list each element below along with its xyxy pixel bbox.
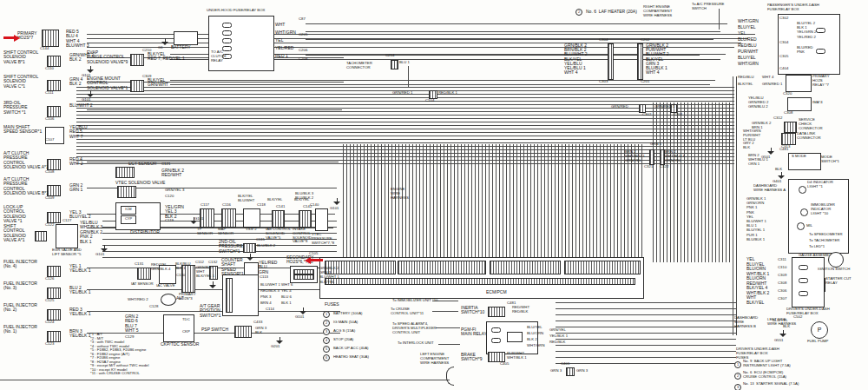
passenger-inner-wires: BLU/YEL 2 BLK 1 YEL/GRN 2 YEL/RED 2 (797, 21, 816, 39)
ecm-connector-group-icon (564, 261, 641, 274)
alternator-wire: WHT/RED 2 (128, 298, 148, 302)
underhood-conn-id-c205: C205 (299, 33, 307, 37)
pair-c321-conn-id: C321 (644, 165, 653, 169)
at-gear-conn-id: C114 (266, 307, 274, 312)
wire (170, 80, 715, 81)
pair-c202-conn-id-2: C201 (674, 113, 682, 117)
left-conn-id-4: C107 (45, 138, 54, 142)
ect-conn-id: C121 (161, 162, 170, 167)
pair-c104-conn-id: C104 (425, 99, 434, 103)
ground-label: G1 (158, 46, 163, 50)
iat-wires: RED/YEL GRN/BLK 4 (151, 263, 170, 272)
wiring-diagram-canvas: PRIMARY HO2S*7C144RED 5 BLU 4 WHT 4 BLU/… (0, 0, 868, 390)
fuse-icon (799, 291, 808, 296)
pgmfi-right-wires: GRN/YEL YEL/BLK 1 RED/BLK (549, 327, 568, 345)
inertia-switch-label: INERTIA SWITCH*10 (461, 306, 484, 315)
left-conn-id-5: C108 (45, 170, 54, 175)
harness-curl-icon (446, 367, 454, 386)
left-component-label-6: A/T CLUTCH PRESSURE CONTROL SOLENOID VAL… (3, 177, 49, 196)
left-wires-5: RED 4 WHT 2 (69, 157, 82, 167)
heater-coil-icon (293, 274, 314, 280)
left-conn-id-3: C106 (45, 117, 54, 122)
harness-junction-conn-id-2: C202 (641, 38, 649, 43)
to-immobilizer-label: To IMMOBILIZER UNIT *10 (392, 299, 437, 303)
ckp-wires: GRN 2 RED 6 BLU 7 WHT 5 (125, 314, 138, 334)
indicator-lamp-icon (799, 186, 806, 194)
vss-conn-id: C118 (257, 203, 266, 208)
left-conn-id-7: C122 (45, 223, 54, 228)
mode-switch-wires: BRN 2 WHT/BLU 1 ORN 1 (748, 154, 768, 166)
battery-box (174, 31, 198, 45)
data-link-wires: WHT/GRN PUR/WHT LT BLU GRY 2 BLK (743, 129, 761, 150)
vtec-pressure-conn-id: C140 (310, 203, 319, 208)
intake-solenoid-label: INTAKE CONTROL SOLENOID VALVE*8 (293, 228, 312, 244)
left-wires-11: RED 3 YEL/BLK 1 (69, 307, 90, 317)
fuse-item-label: ACG S (15A) (333, 329, 355, 334)
driver-box-wires: YEL BLU/YEL BLU/ORN WHT/BLK 1 BLU/ORN RE… (746, 257, 769, 305)
to-ac-clutch-relay-label: TO A/C CLUTCH RELAY (211, 50, 226, 63)
data-link-connector-icon (781, 133, 796, 145)
c401-connector-icon (566, 367, 575, 376)
underhood-fuse-box-title: UNDER-HOOD FUSE/RELAY BOX (207, 9, 265, 13)
iat-sensor-box (137, 268, 151, 280)
dashboard-harness-a-label: DASHBOARD WIRE HARNESS A (753, 184, 786, 193)
indicator-lamp-icon (800, 208, 808, 216)
mode-switch-conn-id: C481 (779, 148, 788, 152)
primary-ho2s-connector-icon (42, 30, 59, 47)
pgmfi-left-wires: BLU/YEL BLU/ORN BLK 2 WHT/GRN (527, 324, 545, 348)
fuse-item-label: HEATED SEAT (30A) (333, 355, 369, 360)
engine-mount-valve-label: ENGINE MOUNT CONTROL SOLENOID VALVE*1 (87, 76, 128, 90)
right-engine-harness-label: RIGHT ENGINE COMPARTMENT WIRE HARNESS (643, 5, 672, 17)
ground-label: G551 (774, 339, 784, 343)
ect-sensor-label: ECT SENSOR (128, 162, 156, 166)
wire (87, 162, 339, 162)
wire (87, 289, 340, 290)
tachometer-wire: BLU 1 (399, 61, 410, 65)
secondary-ho2s-highlight-arrow-icon (311, 259, 323, 261)
intake-solenoid-box (299, 210, 312, 228)
laf-heater-fuse-label: No. 6 LAF HEATER (20A) (586, 10, 637, 14)
left-component-label-5: A/T CLUTCH PRESSURE CONTROL SOLENOID VAL… (3, 151, 49, 170)
iat-conn-id: C131 (135, 262, 143, 267)
alternator-label: ALT (176, 296, 184, 301)
distributor-conn-id: C119 (165, 219, 174, 223)
laf-heater-fuse-number: 2 (575, 9, 582, 16)
ignition-switch-label: IGNITION SWITCH (818, 268, 850, 272)
pair-c321-right-wires: BRN 2 WHT/BLU 1 GRN/YEL (665, 149, 685, 163)
passenger-conn-id-c304: C304 (779, 41, 788, 45)
fuse-item-label: BATTERY (100A) (333, 312, 362, 316)
left-wires-9: YEL 1 YEL/BLK 1 (69, 264, 90, 274)
fuse-icon (816, 49, 825, 54)
passenger-conn-id-c404: C404 (779, 67, 788, 71)
ground-label: G101 (194, 217, 204, 221)
fuse-icon (816, 28, 825, 33)
ground-label: G201 (271, 345, 280, 349)
ground-icon (209, 281, 216, 289)
tp-sensor-label: TP SENSOR (197, 228, 213, 236)
countershaft-conn-id: C113 (260, 275, 268, 280)
psp-connector-icon (234, 326, 252, 338)
left-component-label-4: MAIN SHAFT SPEED SENSOR*1 (3, 125, 42, 135)
psp-switch-label: PSP SWITCH (201, 327, 228, 332)
wire (306, 23, 727, 24)
left-conn-id-10: C125 (45, 299, 54, 303)
second-oil-conn-id: C115 (256, 238, 265, 242)
pair-c202-conn-id-1: C302 (642, 113, 651, 117)
tachometer-conn-id: C214 (385, 54, 394, 58)
vss-label: VSS*2 (246, 228, 257, 232)
ground-label: G101 (295, 315, 305, 320)
to-interlock-label: To INTERLOCK UNIT (398, 341, 434, 346)
primary-ho2s-relay-box (786, 75, 812, 92)
driver-box-conn-ids: C311 C310 C309 C308 C306 C307 (778, 255, 786, 302)
fuse-icon (799, 265, 808, 270)
brake-wires: PUR/WHT WHT/BLK 1 (507, 352, 527, 360)
distributor-wires: YEL/GRN YEL 3 BLK 2 (165, 205, 184, 219)
vtec-pressure-switch-box (315, 208, 328, 231)
ground-icon (333, 198, 340, 206)
iab-solenoid-box (272, 210, 285, 228)
second-oil-pressure-label: 2ND-OIL PRESSURE SWITCH*1 (219, 240, 243, 254)
passenger-conn-id-c305: C305 (779, 55, 788, 59)
left-wires-3: BLU/WHT 2 (69, 103, 93, 108)
underhood-conn-id-c87: C87 (299, 17, 306, 22)
vtec-solenoid-conn-id: C120 (165, 195, 174, 199)
